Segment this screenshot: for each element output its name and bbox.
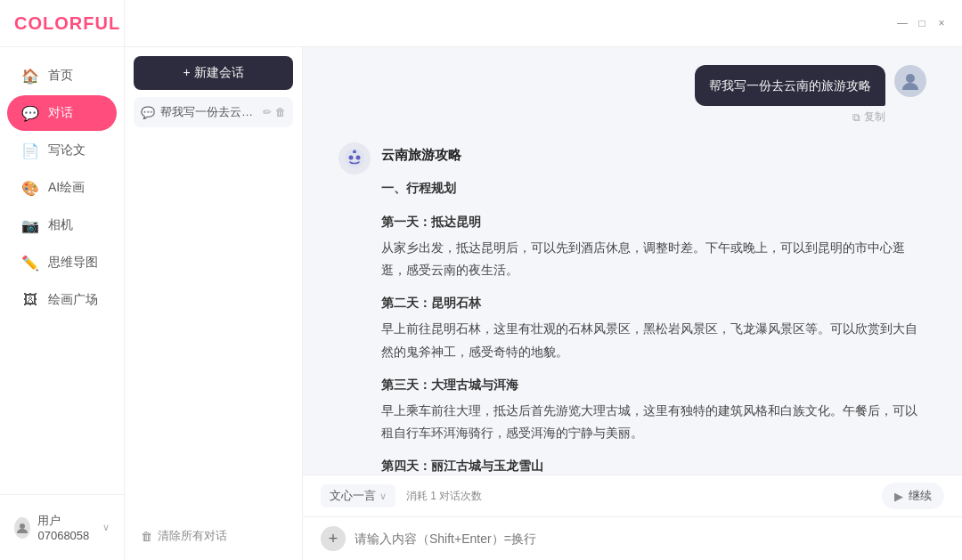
conv-item-icons: ✏ 🗑 — [263, 106, 286, 118]
sidebar-label-camera: 相机 — [48, 217, 73, 233]
conversation-item[interactable]: 💬 帮我写一份去云南… ✏ 🗑 — [134, 97, 293, 127]
svg-point-0 — [20, 523, 25, 529]
sidebar-item-home[interactable]: 🏠 首页 — [7, 58, 117, 93]
sidebar-item-paper[interactable]: 📄 写论文 — [7, 133, 117, 168]
ai-avatar — [338, 142, 371, 174]
sidebar-label-home: 首页 — [48, 68, 73, 84]
chat-area: + 新建会话 💬 帮我写一份去云南… ✏ 🗑 🗑 清除所有对话 — [125, 47, 962, 560]
clear-all-button[interactable]: 🗑 清除所有对话 — [134, 521, 293, 551]
sidebar-item-camera[interactable]: 📷 相机 — [7, 207, 117, 243]
sidebar-logo: COLORFUL — [0, 0, 124, 47]
maximize-button[interactable]: □ — [916, 17, 928, 29]
model-label: 文心一言 — [330, 488, 376, 504]
continue-label: 继续 — [909, 488, 932, 504]
user-message: 帮我写一份去云南的旅游攻略 ⧉ 复制 — [338, 65, 926, 125]
main-content: — □ × + 新建会话 💬 帮我写一份去云南… ✏ 🗑 🗑 — [125, 0, 962, 560]
chat-input[interactable] — [355, 532, 944, 546]
sidebar-label-art-square: 绘画广场 — [48, 292, 98, 308]
svg-point-1 — [906, 74, 915, 83]
copy-label: 复制 — [864, 110, 885, 125]
user-avatar — [894, 65, 926, 97]
edit-conv-icon[interactable]: ✏ — [263, 106, 272, 118]
delete-conv-icon[interactable]: 🗑 — [275, 106, 286, 118]
sidebar-nav: 🏠 首页 💬 对话 📄 写论文 🎨 AI绘画 📷 相机 ✏️ 思维导图 — [0, 47, 124, 494]
new-conversation-button[interactable]: + 新建会话 — [134, 56, 293, 90]
ai-day3-text: 早上乘车前往大理，抵达后首先游览大理古城，这里有独特的建筑风格和白族文化。午餐后… — [381, 400, 926, 444]
ai-day1-text: 从家乡出发，抵达昆明后，可以先到酒店休息，调整时差。下午或晚上，可以到昆明的市中… — [381, 237, 926, 281]
sidebar-item-mindmap[interactable]: ✏️ 思维导图 — [7, 245, 117, 280]
svg-point-4 — [356, 156, 361, 160]
sidebar-item-chat[interactable]: 💬 对话 — [7, 95, 117, 131]
ai-message-content: 云南旅游攻略 一、行程规划 第一天：抵达昆明 从家乡出发，抵达昆明后，可以先到酒… — [381, 142, 926, 475]
model-selector[interactable]: 文心一言 ∨ — [321, 484, 395, 507]
model-chevron-icon: ∨ — [379, 491, 387, 502]
app-container: COLORFUL 🏠 首页 💬 对话 📄 写论文 🎨 AI绘画 📷 相 — [0, 0, 962, 560]
username-label: 用户07068058 — [37, 513, 95, 542]
ai-response-title: 云南旅游攻略 — [381, 142, 926, 166]
paper-icon: 📄 — [21, 142, 39, 159]
continue-play-icon: ▶ — [894, 490, 903, 503]
sidebar-label-mindmap: 思维导图 — [48, 255, 98, 271]
svg-point-6 — [354, 150, 355, 151]
window-controls: — □ × — [896, 17, 948, 29]
sidebar-item-ai-draw[interactable]: 🎨 AI绘画 — [7, 170, 117, 206]
close-button[interactable]: × — [935, 17, 948, 29]
ai-message: 云南旅游攻略 一、行程规划 第一天：抵达昆明 从家乡出发，抵达昆明后，可以先到酒… — [338, 142, 926, 475]
sidebar-label-ai-draw: AI绘画 — [48, 180, 85, 196]
clear-all-label: 清除所有对话 — [158, 528, 227, 544]
messages-area: 帮我写一份去云南的旅游攻略 ⧉ 复制 — [303, 47, 962, 475]
conversation-list: + 新建会话 💬 帮我写一份去云南… ✏ 🗑 🗑 清除所有对话 — [125, 47, 303, 560]
ai-draw-icon: 🎨 — [21, 179, 39, 197]
home-icon: 🏠 — [21, 67, 39, 85]
user-message-bubble: 帮我写一份去云南的旅游攻略 — [695, 65, 885, 106]
chat-bottom: 文心一言 ∨ 消耗 1 对话次数 ▶ 继续 + — [303, 475, 962, 560]
logo-text: COLORFUL — [14, 13, 120, 34]
chat-icon: 💬 — [21, 104, 39, 122]
token-count: 消耗 1 对话次数 — [406, 489, 482, 504]
add-icon: + — [329, 530, 338, 548]
sidebar-item-art-square[interactable]: 🖼 绘画广场 — [7, 282, 117, 318]
chevron-down-icon: ∨ — [102, 522, 110, 533]
minimize-button[interactable]: — — [896, 17, 909, 29]
ai-day1-title: 第一天：抵达昆明 — [381, 211, 926, 233]
svg-point-3 — [349, 156, 354, 160]
chat-messages-panel: 帮我写一份去云南的旅游攻略 ⧉ 复制 — [303, 47, 962, 560]
copy-button[interactable]: ⧉ 复制 — [852, 110, 885, 125]
art-square-icon: 🖼 — [21, 291, 39, 309]
ai-day2-title: 第二天：昆明石林 — [381, 292, 926, 314]
conv-item-label: 帮我写一份去云南… — [160, 104, 257, 120]
continue-button[interactable]: ▶ 继续 — [882, 483, 944, 509]
ai-day4-title: 第四天：丽江古城与玉龙雪山 — [381, 455, 926, 475]
ai-section1: 一、行程规划 — [381, 177, 926, 199]
conv-icon: 💬 — [141, 106, 155, 119]
topbar: — □ × — [125, 0, 962, 47]
chat-toolbar: 文心一言 ∨ 消耗 1 对话次数 ▶ 继续 — [303, 475, 962, 517]
add-attachment-button[interactable]: + — [321, 526, 346, 551]
sidebar-bottom: 用户07068058 ∨ — [0, 494, 124, 560]
clear-all-icon: 🗑 — [141, 530, 152, 543]
user-avatar-small — [14, 517, 30, 539]
mindmap-icon: ✏️ — [21, 254, 39, 272]
sidebar-label-paper: 写论文 — [48, 142, 86, 158]
sidebar-label-chat: 对话 — [48, 105, 73, 121]
ai-day2-text: 早上前往昆明石林，这里有壮观的石林风景区，黑松岩风景区，飞龙瀑风景区等。可以欣赏… — [381, 318, 926, 362]
copy-icon: ⧉ — [852, 111, 860, 124]
sidebar: COLORFUL 🏠 首页 💬 对话 📄 写论文 🎨 AI绘画 📷 相 — [0, 0, 125, 560]
ai-day3-title: 第三天：大理古城与洱海 — [381, 374, 926, 396]
chat-input-area: + — [303, 517, 962, 560]
camera-icon: 📷 — [21, 216, 39, 234]
user-info[interactable]: 用户07068058 ∨ — [0, 504, 124, 551]
